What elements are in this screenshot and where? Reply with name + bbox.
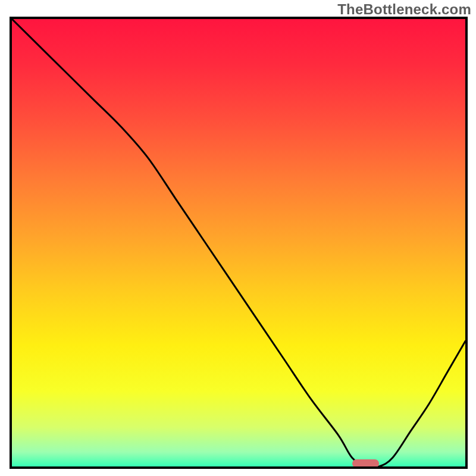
watermark-text: TheBottleneck.com <box>337 1 471 18</box>
curve-path <box>12 19 465 466</box>
chart-container: TheBottleneck.com <box>0 0 476 476</box>
plot-frame <box>10 17 468 469</box>
bottleneck-curve <box>12 19 465 466</box>
optimal-marker <box>352 459 380 468</box>
